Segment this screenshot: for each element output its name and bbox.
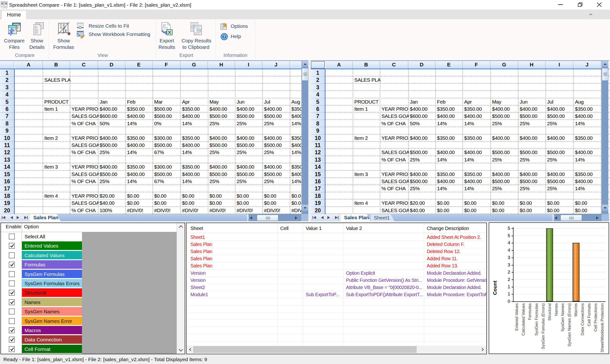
- svg-text:fx: fx: [63, 27, 67, 34]
- svg-text:?: ?: [223, 35, 225, 39]
